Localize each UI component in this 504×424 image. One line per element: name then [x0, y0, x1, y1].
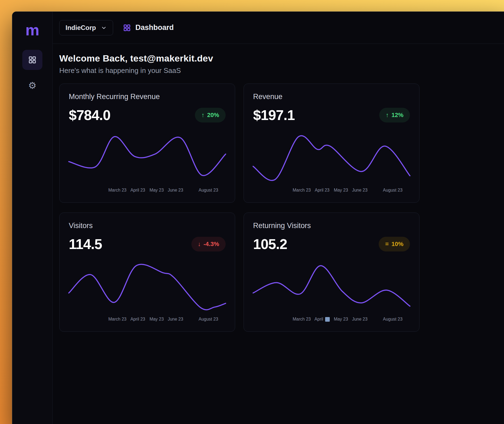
- workspace-name: IndieCorp: [66, 24, 96, 32]
- visitors-chart: [69, 263, 226, 313]
- main-area: IndieCorp Dashboard Welcome Back,: [53, 12, 504, 424]
- grid-icon: [123, 24, 131, 32]
- x-axis-label: June 23: [352, 188, 368, 193]
- card-value: $784.0: [69, 107, 110, 123]
- card-title: Visitors: [69, 222, 226, 230]
- workspace-selector[interactable]: IndieCorp: [59, 20, 113, 35]
- card-value: 105.2: [253, 236, 287, 252]
- x-axis-label: June 23: [168, 317, 183, 322]
- x-axis-label: June 23: [352, 317, 368, 322]
- dashboard-content: Welcome Back, test@makerkit.dev Here's w…: [53, 44, 504, 341]
- visitors-line: [69, 264, 226, 310]
- x-axis-label: May 23: [150, 188, 164, 193]
- trend-badge: ↑ 20%: [195, 108, 226, 122]
- app-window: m ⚙ IndieCorp: [12, 11, 504, 424]
- trend-up-icon: ↑: [386, 112, 389, 119]
- card-value: 114.5: [69, 236, 102, 252]
- trend-flat-icon: =: [385, 241, 389, 248]
- sidebar-item-settings[interactable]: ⚙: [28, 81, 36, 90]
- trend-value: 10%: [391, 241, 403, 248]
- returning-visitors-chart: [253, 263, 410, 313]
- trend-value: 20%: [207, 112, 219, 119]
- breadcrumb: Dashboard: [123, 23, 174, 32]
- trend-value: 12%: [391, 112, 403, 119]
- card-revenue: Revenue $197.1 ↑ 12% March 23April 23May…: [244, 84, 419, 203]
- x-axis-labels: March 23April 23May 23June 23August 23: [253, 188, 410, 195]
- trend-down-icon: ↓: [198, 241, 201, 248]
- chevron-down-icon: [101, 25, 107, 31]
- x-axis-label: May 23: [334, 317, 348, 322]
- card-title: Revenue: [253, 93, 410, 101]
- makerkit-logo[interactable]: m: [25, 22, 39, 38]
- sidebar: m ⚙: [12, 12, 53, 424]
- x-axis-label: May 23: [334, 188, 348, 193]
- x-axis-label: April 23: [130, 188, 145, 193]
- welcome-heading: Welcome Back, test@makerkit.dev: [59, 53, 504, 64]
- x-axis-label: May 23: [150, 317, 164, 322]
- card-title: Returning Visitors: [253, 222, 410, 230]
- x-axis-label: June 23: [168, 188, 183, 193]
- page-title: Dashboard: [135, 23, 174, 32]
- x-axis-labels: March 23AprilMay 23June 23August 23: [253, 317, 410, 324]
- trend-badge: = 10%: [379, 237, 410, 251]
- card-visitors: Visitors 114.5 ↓ -4.3% March 23April 23M…: [59, 213, 235, 332]
- x-axis-label: August 23: [198, 188, 218, 193]
- card-monthly-recurring-revenue: Monthly Recurring Revenue $784.0 ↑ 20% M…: [59, 84, 235, 203]
- stats-card-grid: Monthly Recurring Revenue $784.0 ↑ 20% M…: [59, 84, 504, 332]
- sidebar-item-dashboard[interactable]: [22, 50, 42, 70]
- welcome-subtitle: Here's what is happening in your SaaS: [59, 66, 504, 75]
- mrr-chart: [69, 134, 226, 184]
- revenue-line: [253, 136, 410, 180]
- x-axis-label: August 23: [198, 317, 218, 322]
- card-returning-visitors: Returning Visitors 105.2 = 10% March 23A…: [244, 213, 419, 332]
- trend-badge: ↓ -4.3%: [191, 237, 226, 251]
- x-axis-label: August 23: [383, 188, 402, 193]
- x-axis-label: April: [315, 317, 330, 322]
- x-axis-label: March 23: [108, 317, 127, 322]
- x-axis-labels: March 23April 23May 23June 23August 23: [69, 188, 226, 195]
- trend-value: -4.3%: [204, 241, 219, 248]
- trend-up-icon: ↑: [201, 112, 204, 119]
- grid-icon: [28, 56, 37, 64]
- x-axis-label: August 23: [383, 317, 402, 322]
- gear-icon: ⚙: [28, 81, 36, 90]
- returning-visitors-line: [253, 266, 410, 306]
- revenue-chart: [253, 134, 410, 184]
- x-axis-label: April 23: [315, 188, 329, 193]
- text-cursor-block: [325, 317, 330, 322]
- x-axis-label: April 23: [130, 317, 145, 322]
- topbar: IndieCorp Dashboard: [53, 12, 504, 44]
- x-axis-label: March 23: [293, 188, 311, 193]
- x-axis-label: March 23: [108, 188, 127, 193]
- trend-badge: ↑ 12%: [379, 108, 410, 122]
- x-axis-labels: March 23April 23May 23June 23August 23: [69, 317, 226, 324]
- x-axis-label: March 23: [293, 317, 311, 322]
- card-value: $197.1: [253, 107, 295, 123]
- mrr-line: [69, 137, 226, 176]
- card-title: Monthly Recurring Revenue: [69, 93, 226, 101]
